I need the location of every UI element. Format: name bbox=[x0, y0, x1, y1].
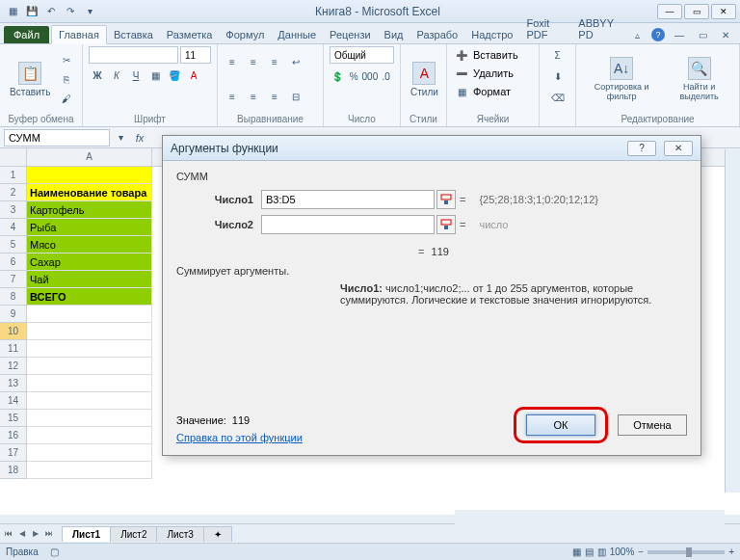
new-sheet-button[interactable]: ✦ bbox=[203, 526, 232, 542]
row-header[interactable]: 12 bbox=[0, 358, 27, 375]
align-c-icon[interactable]: ≡ bbox=[245, 88, 262, 105]
row-header[interactable]: 16 bbox=[0, 427, 27, 444]
paste-button[interactable]: 📋 Вставить bbox=[6, 60, 54, 99]
tab-developer[interactable]: Разрабо bbox=[410, 26, 465, 43]
dialog-close-button[interactable]: ✕ bbox=[664, 141, 693, 156]
cell[interactable] bbox=[27, 358, 152, 375]
tab-insert[interactable]: Вставка bbox=[107, 26, 160, 43]
row-header[interactable]: 9 bbox=[0, 306, 27, 323]
inc-dec-icon[interactable]: .0 bbox=[378, 67, 394, 85]
comma-icon[interactable]: 000 bbox=[362, 67, 379, 85]
vertical-scrollbar[interactable] bbox=[725, 149, 740, 493]
cell[interactable] bbox=[27, 427, 152, 444]
styles-button[interactable]: A Стили bbox=[407, 60, 442, 99]
doc-restore-icon[interactable]: ▭ bbox=[694, 26, 711, 43]
cell[interactable] bbox=[27, 375, 152, 392]
sheet-nav-next-icon[interactable]: ▶ bbox=[29, 527, 42, 541]
cell[interactable] bbox=[27, 340, 152, 358]
sheet-nav-prev-icon[interactable]: ◀ bbox=[15, 527, 29, 541]
tab-abbyy[interactable]: ABBYY PD bbox=[571, 14, 628, 43]
cancel-button[interactable]: Отмена bbox=[618, 414, 687, 436]
zoom-value[interactable]: 100% bbox=[610, 547, 635, 557]
italic-icon[interactable]: К bbox=[108, 67, 125, 84]
numfmt-combo[interactable]: Общий bbox=[330, 46, 394, 64]
horizontal-scrollbar[interactable] bbox=[455, 510, 725, 525]
tab-addins[interactable]: Надстро bbox=[464, 26, 519, 43]
view-layout-icon[interactable]: ▤ bbox=[585, 547, 594, 557]
doc-close-icon[interactable]: ✕ bbox=[717, 26, 734, 43]
tab-home[interactable]: Главная bbox=[51, 25, 107, 44]
align-tr-icon[interactable]: ≡ bbox=[266, 53, 283, 70]
help-icon[interactable]: ? bbox=[651, 28, 665, 41]
close-button[interactable]: ✕ bbox=[711, 4, 736, 19]
cell-A2[interactable]: Наименование товара bbox=[27, 184, 152, 201]
sheet-tab-2[interactable]: Лист2 bbox=[110, 526, 157, 542]
macro-record-icon[interactable]: ▢ bbox=[50, 547, 59, 557]
row-header[interactable]: 7 bbox=[0, 271, 27, 288]
arg2-range-button[interactable] bbox=[436, 215, 456, 234]
dialog-help-button[interactable]: ? bbox=[627, 141, 656, 156]
sheet-tab-3[interactable]: Лист3 bbox=[156, 526, 203, 542]
ribbon-min-icon[interactable]: ▵ bbox=[628, 26, 646, 43]
row-header[interactable]: 4 bbox=[0, 219, 27, 236]
fill-icon[interactable]: 🪣 bbox=[166, 67, 183, 84]
cell[interactable] bbox=[27, 462, 152, 479]
file-tab[interactable]: Файл bbox=[4, 26, 49, 43]
fx-icon[interactable]: fx bbox=[131, 132, 148, 144]
namebox-dropdown-icon[interactable]: ▾ bbox=[112, 129, 129, 147]
cell-A3[interactable]: Картофель bbox=[27, 201, 152, 219]
cell-A7[interactable]: Чай bbox=[27, 271, 152, 288]
tab-formulas[interactable]: Формул bbox=[219, 26, 271, 43]
arg1-input[interactable] bbox=[261, 190, 435, 209]
fontcolor-icon[interactable]: A bbox=[185, 67, 202, 84]
view-break-icon[interactable]: ▥ bbox=[597, 547, 606, 557]
copy-icon[interactable]: ⎘ bbox=[58, 70, 75, 88]
row-header[interactable]: 17 bbox=[0, 444, 27, 462]
align-l-icon[interactable]: ≡ bbox=[224, 88, 241, 105]
row-header[interactable]: 8 bbox=[0, 288, 27, 306]
dialog-titlebar[interactable]: Аргументы функции ? ✕ bbox=[163, 136, 700, 161]
row-header[interactable]: 18 bbox=[0, 462, 27, 479]
row-header[interactable]: 5 bbox=[0, 236, 27, 253]
fill-down-icon[interactable]: ⬇ bbox=[549, 67, 567, 85]
merge-icon[interactable]: ⊟ bbox=[287, 88, 304, 105]
minimize-button[interactable]: — bbox=[657, 4, 682, 19]
row-header[interactable]: 10 bbox=[0, 323, 27, 340]
row-header[interactable]: 15 bbox=[0, 410, 27, 427]
align-tc-icon[interactable]: ≡ bbox=[245, 53, 262, 70]
clear-icon[interactable]: ⌫ bbox=[549, 89, 567, 106]
fontsize-combo[interactable]: 11 bbox=[180, 46, 211, 64]
zoom-in-icon[interactable]: + bbox=[728, 547, 734, 557]
col-header-A[interactable]: A bbox=[27, 148, 152, 166]
cell[interactable] bbox=[27, 410, 152, 427]
view-normal-icon[interactable]: ▦ bbox=[572, 547, 581, 557]
cell-A1[interactable] bbox=[27, 167, 152, 184]
tab-data[interactable]: Данные bbox=[271, 26, 323, 43]
function-help-link[interactable]: Справка по этой функции bbox=[176, 432, 303, 443]
row-header[interactable]: 6 bbox=[0, 253, 27, 271]
border-icon[interactable]: ▦ bbox=[146, 67, 164, 84]
currency-icon[interactable]: 💲 bbox=[330, 67, 346, 85]
tab-review[interactable]: Рецензи bbox=[323, 26, 378, 43]
wrap-icon[interactable]: ↩ bbox=[287, 53, 304, 70]
percent-icon[interactable]: % bbox=[346, 67, 362, 85]
row-header[interactable]: 2 bbox=[0, 184, 27, 201]
format-painter-icon[interactable]: 🖌 bbox=[58, 90, 75, 107]
zoom-slider[interactable] bbox=[648, 550, 725, 554]
name-box[interactable]: СУММ bbox=[4, 129, 110, 147]
redo-icon[interactable]: ↷ bbox=[62, 3, 79, 20]
cell[interactable] bbox=[27, 444, 152, 462]
font-combo[interactable] bbox=[89, 46, 178, 64]
sort-button[interactable]: A↓ Сортировка и фильтр bbox=[582, 55, 661, 103]
tab-foxit[interactable]: Foxit PDF bbox=[519, 14, 571, 43]
cell-A4[interactable]: Рыба bbox=[27, 219, 152, 236]
sheet-nav-last-icon[interactable]: ⏭ bbox=[42, 527, 56, 541]
tab-view[interactable]: Вид bbox=[378, 26, 410, 43]
arg1-range-button[interactable] bbox=[436, 190, 456, 209]
row-header[interactable]: 1 bbox=[0, 167, 27, 184]
cell-A5[interactable]: Мясо bbox=[27, 236, 152, 253]
sheet-tab-1[interactable]: Лист1 bbox=[62, 526, 111, 542]
cell-A6[interactable]: Сахар bbox=[27, 253, 152, 271]
select-all[interactable] bbox=[0, 148, 27, 166]
cells-format[interactable]: ▦Формат bbox=[453, 83, 533, 100]
